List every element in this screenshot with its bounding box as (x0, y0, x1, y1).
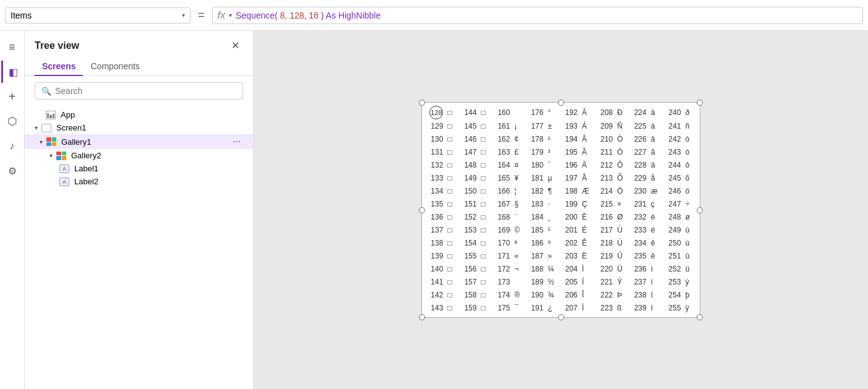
tree-item-label2[interactable]: A Label2 (25, 175, 253, 188)
grid-cell-char: è (649, 211, 664, 224)
resize-handle-mr[interactable] (697, 207, 703, 213)
grid-cell-char: □ (479, 146, 492, 159)
resize-handle-bm[interactable] (558, 314, 564, 320)
table-row: 142□158□174®190¾206Î222Þ238î254þ (424, 289, 697, 302)
plus-icon[interactable]: + (1, 85, 24, 108)
grid-cell-num: 243 (664, 146, 684, 159)
grid-cell-num: 210 (596, 133, 616, 146)
gallery1-icon (46, 137, 56, 146)
grid-cell-char: ß (616, 302, 629, 315)
table-row: 134□150□166¦182¶198Æ214Ö230æ246ö (424, 185, 697, 198)
table-row: 131□147□163£179³195Ã211Ó227ã243ó (424, 146, 697, 159)
grid-cell-char: Ú (616, 237, 629, 250)
grid-cell-num: 230 (629, 185, 649, 198)
grid-cell-char: æ (649, 185, 664, 198)
hamburger-icon[interactable]: ≡ (1, 36, 24, 58)
grid-cell-num: 239 (629, 302, 649, 315)
resize-handle-tm[interactable] (558, 100, 564, 106)
resize-handle-bl[interactable] (419, 314, 425, 320)
grid-cell-char: ù (684, 224, 697, 237)
resize-handle-ml[interactable] (419, 207, 425, 213)
items-dropdown[interactable]: Items ▾ (5, 7, 191, 24)
grid-cell-char: Ë (580, 250, 596, 263)
grid-cell-char: ¨ (512, 211, 526, 224)
grid-cell-char: Ì (580, 263, 596, 276)
grid-cell-num: 240 (664, 105, 684, 120)
grid-cell-num: 158 (459, 289, 479, 302)
formula-bar[interactable]: fx ▾ Sequence( 8, 128, 16 ) As HighNibbl… (212, 7, 863, 24)
grid-cell-char: ä (649, 159, 664, 172)
tree-item-app[interactable]: App (25, 108, 253, 121)
grid-cell-char: Ð (616, 105, 629, 120)
grid-cell-num: 236 (629, 263, 649, 276)
grid-cell-num: 244 (664, 159, 684, 172)
grid-cell-char: å (649, 172, 664, 185)
grid-cell-char: Æ (580, 185, 596, 198)
tab-components[interactable]: Components (83, 58, 147, 76)
grid-cell-num: 214 (596, 185, 616, 198)
search-input[interactable] (55, 86, 236, 96)
database-icon[interactable]: ⬡ (1, 110, 24, 132)
grid-cell-char: ¾ (546, 289, 560, 302)
grid-cell-char: □ (479, 185, 492, 198)
canvas-area[interactable]: 128□144□160176°192À208Ð224à240ð129□145□1… (254, 31, 868, 389)
grid-cell-char: Û (616, 250, 629, 263)
resize-handle-tr[interactable] (697, 100, 703, 106)
grid-cell-char: Ä (580, 159, 596, 172)
tree-panel-header: Tree view ✕ (25, 31, 253, 58)
table-row: 133□149□165¥181µ197Å213Õ229å245õ (424, 172, 697, 185)
grid-cell-num: 209 (596, 120, 616, 133)
grid-cell-char: Ü (616, 263, 629, 276)
grid-cell-num: 218 (596, 237, 616, 250)
gallery2-label: Gallery2 (71, 151, 101, 160)
grid-cell-char: □ (445, 289, 459, 302)
media-icon[interactable]: ♪ (1, 135, 24, 157)
settings-icon[interactable]: ⚙ (1, 160, 24, 182)
search-icon: 🔍 (41, 87, 51, 96)
grid-cell-char: ¼ (546, 263, 560, 276)
grid-cell-num: 224 (629, 105, 649, 120)
grid-cell-num: 234 (629, 237, 649, 250)
label1-icon: A (59, 165, 69, 173)
tree-close-button[interactable]: ✕ (228, 38, 243, 53)
tree-search-container: 🔍 (35, 82, 243, 100)
tree-item-gallery1[interactable]: ▾ Gallery1 ··· (25, 134, 253, 149)
grid-cell-char: Ó (616, 146, 629, 159)
grid-cell-char: µ (546, 172, 560, 185)
table-row: 139□155□171«187»203Ë219Û235ë251û (424, 250, 697, 263)
grid-cell-num: 166 (492, 185, 512, 198)
gallery1-more-button[interactable]: ··· (230, 136, 243, 147)
grid-cell-char: ¹ (546, 224, 560, 237)
grid-cell-num: 250 (664, 237, 684, 250)
grid-cell-num: 192 (560, 105, 580, 120)
grid-cell-char: Ï (580, 302, 596, 315)
grid-cell-char: ½ (546, 276, 560, 289)
resize-handle-br[interactable] (697, 314, 703, 320)
grid-cell-char: Î (580, 289, 596, 302)
grid-cell-num: 238 (629, 289, 649, 302)
grid-cell-num: 131 (424, 146, 445, 159)
grid-cell-char: □ (479, 263, 492, 276)
gallery1-chevron: ▾ (40, 139, 43, 145)
grid-cell-num: 253 (664, 276, 684, 289)
grid-cell-num: 242 (664, 133, 684, 146)
tree-item-label1[interactable]: A Label1 (25, 162, 253, 175)
grid-cell-num: 130 (424, 133, 445, 146)
tree-item-screen1[interactable]: ▾ Screen1 (25, 121, 253, 134)
tree-item-gallery2[interactable]: ▾ Gallery2 (25, 149, 253, 162)
grid-cell-char: Ê (580, 237, 596, 250)
grid-cell-char: § (512, 198, 526, 211)
grid-cell-num: 191 (526, 302, 546, 315)
grid-cell-char: á (649, 120, 664, 133)
tab-screens[interactable]: Screens (35, 58, 83, 76)
grid-cell-num: 252 (664, 263, 684, 276)
grid-cell-num: 245 (664, 172, 684, 185)
grid-cell-char: Þ (616, 289, 629, 302)
grid-cell-num: 154 (459, 237, 479, 250)
table-row: 136□152□168¨184¸200È216Ø232è248ø (424, 211, 697, 224)
grid-cell-char: ± (546, 120, 560, 133)
label2-icon: A (59, 177, 69, 186)
grid-cell-num: 188 (526, 263, 546, 276)
layers-icon[interactable]: ◧ (1, 61, 24, 83)
grid-cell-char: ë (649, 250, 664, 263)
